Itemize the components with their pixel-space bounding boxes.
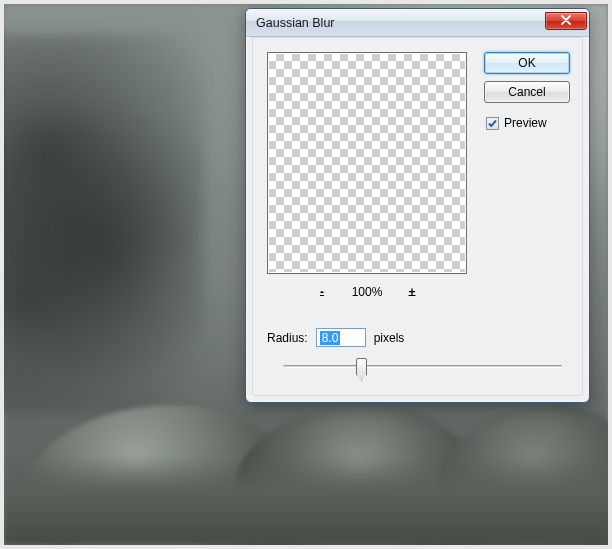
slider-track <box>283 365 562 368</box>
minus-icon: - <box>320 285 324 299</box>
preview-checkbox-row: Preview <box>484 116 570 130</box>
close-icon <box>561 15 571 27</box>
zoom-controls: - 100% + <box>267 282 467 302</box>
ok-button[interactable]: OK <box>484 52 570 74</box>
cancel-button[interactable]: Cancel <box>484 81 570 103</box>
gaussian-blur-dialog: Gaussian Blur - 100% + OK Cancel <box>245 8 590 403</box>
radius-row: Radius: 8.0 pixels <box>267 328 404 347</box>
preview-checkbox[interactable] <box>486 117 499 130</box>
radius-value: 8.0 <box>320 331 341 345</box>
dialog-body: - 100% + OK Cancel Preview <box>252 37 583 396</box>
rock-shape <box>4 455 608 545</box>
ok-button-label: OK <box>518 56 535 70</box>
radius-slider[interactable] <box>283 356 562 376</box>
check-icon <box>487 118 498 129</box>
cancel-button-label: Cancel <box>508 85 545 99</box>
preview-canvas[interactable] <box>267 52 467 274</box>
zoom-in-button[interactable]: + <box>401 284 423 300</box>
preview-checkbox-label: Preview <box>504 116 547 130</box>
zoom-percent-label: 100% <box>347 285 387 299</box>
radius-input[interactable]: 8.0 <box>316 328 366 347</box>
plus-icon: + <box>408 285 415 299</box>
radius-label: Radius: <box>267 331 308 345</box>
radius-unit-label: pixels <box>374 331 405 345</box>
dialog-title: Gaussian Blur <box>256 16 545 30</box>
close-button[interactable] <box>545 12 587 30</box>
dialog-titlebar[interactable]: Gaussian Blur <box>246 9 589 37</box>
slider-thumb[interactable] <box>356 358 367 376</box>
zoom-out-button[interactable]: - <box>311 284 333 300</box>
dialog-buttons-column: OK Cancel Preview <box>484 52 570 130</box>
